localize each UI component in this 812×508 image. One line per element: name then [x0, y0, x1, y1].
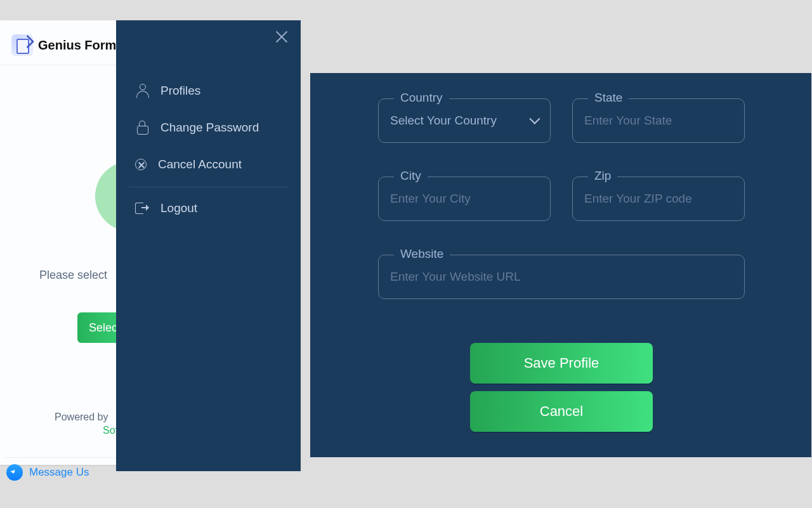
account-drawer: Profiles Change Password Cancel Account …: [116, 20, 301, 471]
drawer-menu: Profiles Change Password Cancel Account …: [129, 72, 288, 227]
website-field[interactable]: Website: [378, 255, 745, 299]
city-field[interactable]: City: [378, 177, 551, 221]
zip-label: Zip: [588, 169, 617, 183]
website-input[interactable]: [390, 270, 733, 284]
zip-field[interactable]: Zip: [572, 177, 745, 221]
drawer-item-label: Cancel Account: [158, 157, 242, 171]
logout-icon: [135, 201, 149, 215]
drawer-item-label: Change Password: [160, 121, 259, 135]
country-select[interactable]: Country Select Your Country: [378, 98, 551, 143]
message-us-label: Message Us: [29, 466, 89, 479]
state-input[interactable]: [584, 114, 733, 128]
drawer-divider: [129, 187, 288, 187]
cancel-circle-icon: [135, 159, 147, 170]
state-label: State: [588, 91, 629, 105]
save-profile-button[interactable]: Save Profile: [470, 343, 653, 384]
drawer-item-profiles[interactable]: Profiles: [129, 72, 288, 109]
powered-by-text: Powered by Sof: [55, 411, 118, 436]
profile-form-panel: Country Select Your Country State City Z…: [310, 73, 811, 457]
select-prompt-text: Please select: [39, 269, 107, 282]
drawer-item-label: Logout: [160, 201, 197, 215]
drawer-item-logout[interactable]: Logout: [129, 190, 288, 227]
state-field[interactable]: State: [572, 98, 745, 143]
messenger-icon: [6, 464, 23, 481]
city-input[interactable]: [390, 192, 539, 206]
app-logo-icon: [11, 34, 33, 56]
cancel-button[interactable]: Cancel: [470, 391, 653, 432]
city-label: City: [394, 169, 428, 183]
close-icon[interactable]: [274, 29, 289, 44]
zip-input[interactable]: [584, 192, 733, 206]
drawer-item-change-password[interactable]: Change Password: [129, 109, 288, 146]
country-label: Country: [394, 91, 449, 105]
lock-icon: [135, 121, 149, 135]
drawer-item-cancel-account[interactable]: Cancel Account: [129, 146, 288, 183]
website-label: Website: [394, 247, 450, 261]
drawer-item-label: Profiles: [160, 84, 200, 98]
profile-icon: [135, 84, 149, 98]
country-selected-text: Select Your Country: [390, 114, 531, 128]
app-title: Genius Forms: [38, 38, 123, 53]
